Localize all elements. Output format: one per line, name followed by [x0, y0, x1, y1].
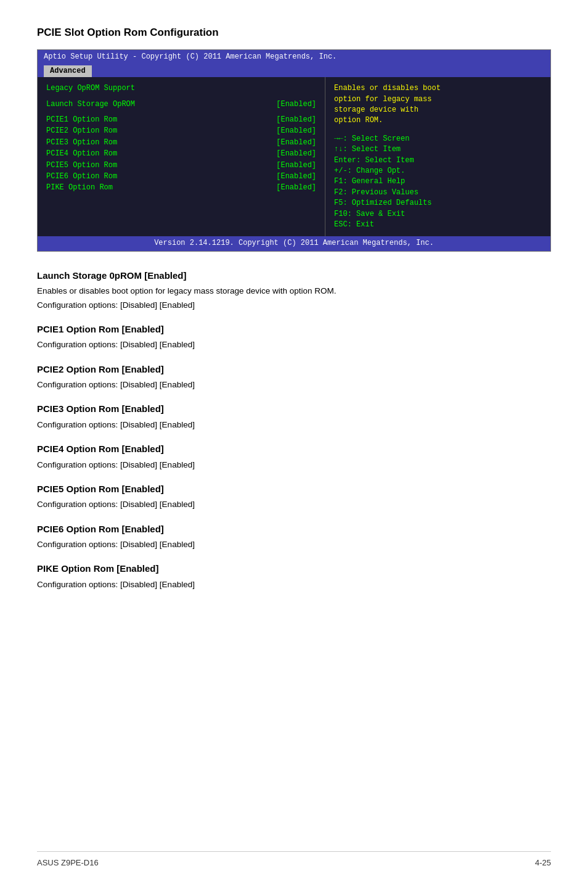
- bios-item-value: [Enabled]: [276, 183, 316, 193]
- bios-help-text: Enables or disables bootoption for legac…: [334, 83, 542, 126]
- bios-item-row[interactable]: PCIE2 Option Rom[Enabled]: [46, 126, 316, 136]
- bios-legacy-label: Legacy OpROM Support: [46, 83, 135, 94]
- bios-tab-advanced[interactable]: Advanced: [44, 65, 92, 77]
- page-title: PCIE Slot Option Rom Configuration: [37, 25, 551, 41]
- doc-section-pcie2: PCIE2 Option Rom [Enabled]Configuration …: [37, 363, 551, 392]
- doc-options-pcie5: Configuration options: [Disabled] [Enabl…: [37, 498, 551, 511]
- bios-key-list: →←: Select Screen↑↓: Select ItemEnter: S…: [334, 134, 542, 231]
- doc-heading-pike: PIKE Option Rom [Enabled]: [37, 562, 551, 576]
- bios-item-row[interactable]: PCIE4 Option Rom[Enabled]: [46, 149, 316, 159]
- bios-left-panel: Legacy OpROM Support Launch Storage OpRO…: [38, 77, 325, 236]
- doc-heading-pcie4: PCIE4 Option Rom [Enabled]: [37, 442, 551, 456]
- bios-item-row[interactable]: PIKE Option Rom[Enabled]: [46, 183, 316, 193]
- doc-options-pcie1: Configuration options: [Disabled] [Enabl…: [37, 339, 551, 351]
- doc-options-pike: Configuration options: [Disabled] [Enabl…: [37, 579, 551, 591]
- doc-section-launch-storage: Launch Storage 0pROM [Enabled]Enables or…: [37, 269, 551, 311]
- bios-item-value: [Enabled]: [276, 138, 316, 148]
- footer-left: ASUS Z9PE-D16: [37, 857, 99, 869]
- doc-section-pcie3: PCIE3 Option Rom [Enabled]Configuration …: [37, 402, 551, 431]
- bios-item-value: [Enabled]: [276, 149, 316, 159]
- doc-heading-pcie5: PCIE5 Option Rom [Enabled]: [37, 482, 551, 497]
- bios-item-value: [Enabled]: [276, 115, 316, 125]
- doc-heading-pcie3: PCIE3 Option Rom [Enabled]: [37, 402, 551, 416]
- doc-options-pcie2: Configuration options: [Disabled] [Enabl…: [37, 379, 551, 391]
- doc-heading-launch-storage: Launch Storage 0pROM [Enabled]: [37, 269, 551, 283]
- doc-heading-pcie2: PCIE2 Option Rom [Enabled]: [37, 363, 551, 377]
- bios-right-panel: Enables or disables bootoption for legac…: [325, 77, 550, 236]
- doc-section-pcie1: PCIE1 Option Rom [Enabled]Configuration …: [37, 323, 551, 352]
- doc-section-pike: PIKE Option Rom [Enabled]Configuration o…: [37, 562, 551, 591]
- doc-section-pcie5: PCIE5 Option Rom [Enabled]Configuration …: [37, 482, 551, 511]
- bios-item-value: [Enabled]: [276, 126, 316, 136]
- bios-item-label: PCIE5 Option Rom: [46, 160, 117, 171]
- bios-launch-storage-value: [Enabled]: [276, 99, 316, 110]
- bios-item-label: PCIE3 Option Rom: [46, 138, 117, 148]
- page-footer: ASUS Z9PE-D16 4-25: [37, 851, 551, 869]
- bios-header: Aptio Setup Utility - Copyright (C) 2011…: [38, 50, 550, 64]
- bios-content: Legacy OpROM Support Launch Storage OpRO…: [38, 77, 550, 236]
- doc-section-pcie4: PCIE4 Option Rom [Enabled]Configuration …: [37, 442, 551, 471]
- bios-item-label: PIKE Option Rom: [46, 183, 113, 193]
- bios-footer: Version 2.14.1219. Copyright (C) 2011 Am…: [38, 236, 550, 250]
- doc-desc-launch-storage: Enables or disables boot option for lega…: [37, 285, 551, 297]
- bios-launch-storage-label: Launch Storage OpROM: [46, 99, 135, 110]
- bios-item-label: PCIE1 Option Rom: [46, 115, 117, 125]
- doc-section-pcie6: PCIE6 Option Rom [Enabled]Configuration …: [37, 522, 551, 551]
- bios-item-label: PCIE6 Option Rom: [46, 171, 117, 182]
- bios-item-value: [Enabled]: [276, 171, 316, 182]
- bios-item-value: [Enabled]: [276, 160, 316, 171]
- doc-options-launch-storage: Configuration options: [Disabled] [Enabl…: [37, 299, 551, 311]
- bios-legacy-group: Legacy OpROM Support: [46, 83, 316, 94]
- footer-right: 4-25: [535, 857, 551, 869]
- bios-item-row[interactable]: PCIE5 Option Rom[Enabled]: [46, 160, 316, 171]
- doc-options-pcie6: Configuration options: [Disabled] [Enabl…: [37, 538, 551, 551]
- bios-tab-row: Advanced: [38, 64, 550, 77]
- doc-sections: Launch Storage 0pROM [Enabled]Enables or…: [37, 269, 551, 591]
- bios-screenshot: Aptio Setup Utility - Copyright (C) 2011…: [37, 49, 551, 252]
- bios-item-label: PCIE4 Option Rom: [46, 149, 117, 159]
- doc-options-pcie4: Configuration options: [Disabled] [Enabl…: [37, 459, 551, 471]
- doc-heading-pcie6: PCIE6 Option Rom [Enabled]: [37, 522, 551, 537]
- bios-launch-storage-row[interactable]: Launch Storage OpROM [Enabled]: [46, 99, 316, 110]
- bios-item-label: PCIE2 Option Rom: [46, 126, 117, 136]
- bios-item-row[interactable]: PCIE1 Option Rom[Enabled]: [46, 115, 316, 125]
- bios-item-row[interactable]: PCIE6 Option Rom[Enabled]: [46, 171, 316, 182]
- bios-pcie-group: PCIE1 Option Rom[Enabled]PCIE2 Option Ro…: [46, 115, 316, 194]
- bios-item-row[interactable]: PCIE3 Option Rom[Enabled]: [46, 138, 316, 148]
- doc-options-pcie3: Configuration options: [Disabled] [Enabl…: [37, 419, 551, 431]
- doc-heading-pcie1: PCIE1 Option Rom [Enabled]: [37, 323, 551, 337]
